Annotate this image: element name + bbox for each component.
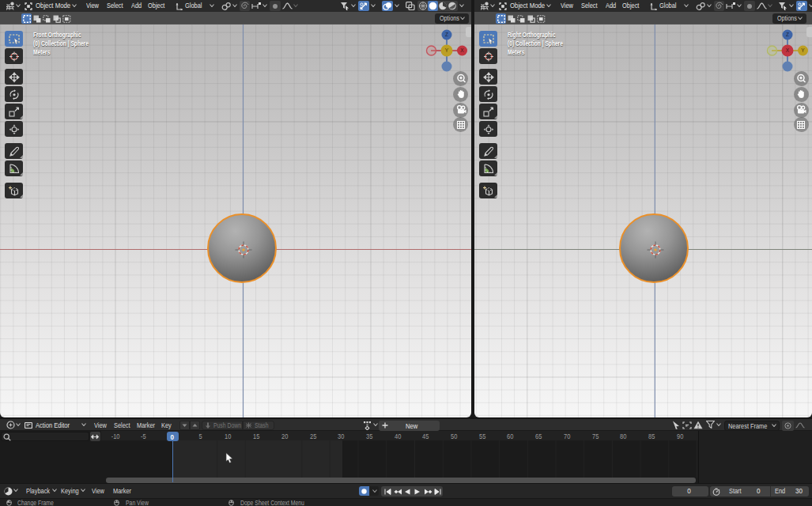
svg-text:Y: Y [445, 47, 449, 53]
svg-text:Z: Z [786, 32, 789, 37]
svg-text:X: X [460, 47, 464, 53]
svg-text:Y: Y [801, 47, 805, 53]
svg-text:Z: Z [445, 32, 448, 37]
svg-text:X: X [786, 47, 790, 53]
